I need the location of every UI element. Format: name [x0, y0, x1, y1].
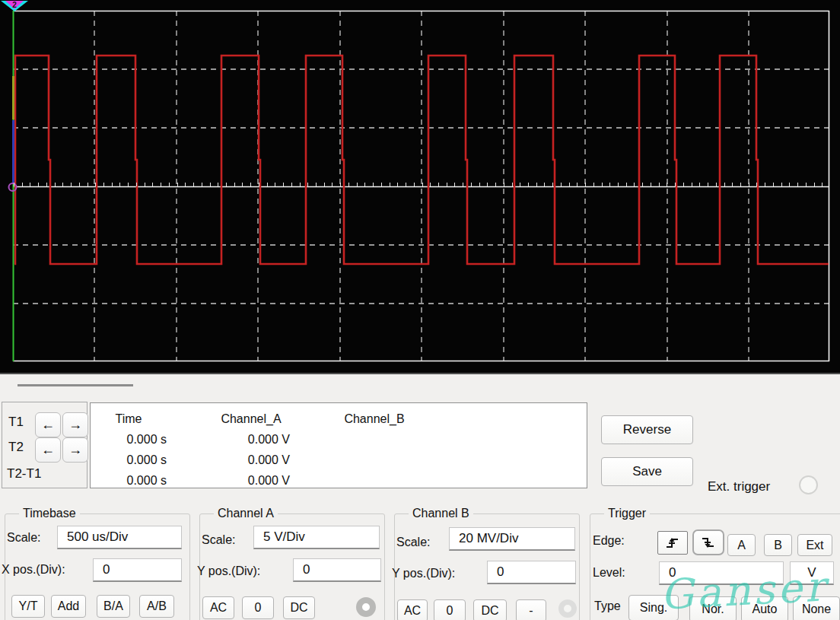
- table-row: 0.000 s 0.000 V: [91, 470, 587, 491]
- t1-time: 0.000 s: [91, 429, 212, 450]
- cursor-handle-number: 2: [12, 1, 17, 9]
- t2-right-button[interactable]: →: [62, 437, 88, 463]
- timebase-scale-input[interactable]: 500 us/Div: [57, 526, 182, 549]
- ba-mode-button[interactable]: B/A: [97, 595, 130, 618]
- ext-trigger-connector[interactable]: [799, 475, 818, 494]
- col-channel-a: Channel_A: [212, 409, 336, 429]
- channel-b-dc-button[interactable]: DC: [473, 599, 507, 620]
- trigger-type-normal-button[interactable]: Nor.: [689, 596, 737, 620]
- table-header-row: Time Channel_A Channel_B: [91, 409, 587, 429]
- channel-a-scale-input[interactable]: 5 V/Div: [253, 526, 380, 549]
- t1-cha: 0.000 V: [212, 429, 336, 450]
- ab-mode-button[interactable]: A/B: [139, 595, 174, 618]
- t1-label: T1: [8, 415, 24, 430]
- arrow-left-icon: ←: [41, 442, 55, 458]
- channel-a-ypos-label: Y pos.(Div):: [197, 564, 260, 578]
- timebase-xpos-input[interactable]: 0: [93, 558, 182, 582]
- trigger-edge-label: Edge:: [593, 534, 625, 548]
- trigger-type-single-button[interactable]: Sing.: [628, 595, 679, 620]
- trigger-source-a-button[interactable]: A: [727, 534, 756, 556]
- channel-b-scale-label: Scale:: [396, 536, 430, 549]
- t1-right-button[interactable]: →: [62, 412, 88, 437]
- channel-a-ypos-input[interactable]: 0: [293, 558, 381, 582]
- horizontal-scrollbar-thumb[interactable]: [18, 384, 133, 386]
- channel-b-ypos-input[interactable]: 0: [487, 561, 576, 584]
- trigger-type-none-button[interactable]: None: [793, 596, 840, 620]
- t2t1-label: T2-T1: [7, 466, 41, 482]
- falling-edge-button[interactable]: [692, 529, 724, 555]
- channel-b-ypos-label: Y pos.(Div):: [392, 567, 455, 580]
- oscilloscope-display: 2: [0, 0, 840, 373]
- trigger-source-b-button[interactable]: B: [764, 534, 792, 556]
- channel-b-title: Channel B: [409, 507, 473, 520]
- t1-left-button[interactable]: ←: [35, 412, 61, 437]
- t2t1-chb: [336, 470, 459, 491]
- trigger-level-unit-select[interactable]: V: [790, 561, 834, 585]
- t1-chb: [336, 429, 459, 450]
- trigger-group: Trigger Edge: A B Ext Level: 0 V Type Si…: [590, 513, 840, 620]
- trigger-type-label: Type: [594, 599, 621, 613]
- channel-b-0-button[interactable]: 0: [434, 599, 466, 620]
- arrow-left-icon: ←: [41, 417, 55, 433]
- channel-a-dc-button[interactable]: DC: [283, 596, 315, 619]
- time-axis-ticks: [14, 183, 829, 186]
- trigger-source-ext-button[interactable]: Ext: [797, 534, 832, 556]
- channel-b-scale-input[interactable]: 20 MV/Div: [449, 527, 575, 551]
- t2-time: 0.000 s: [91, 450, 212, 470]
- rising-edge-button[interactable]: [657, 531, 688, 555]
- channel-a-0-button[interactable]: 0: [242, 596, 274, 619]
- control-panel: T1 T2 T2-T1 ← → ← → Time Channel_A Chann…: [0, 374, 840, 620]
- timebase-xpos-label: X pos.(Div):: [2, 563, 65, 577]
- save-button[interactable]: Save: [601, 457, 693, 486]
- t2t1-cha: 0.000 V: [212, 470, 336, 491]
- channel-a-connector[interactable]: [356, 597, 376, 617]
- rising-edge-icon: [665, 536, 680, 550]
- channel-b-ac-button[interactable]: AC: [397, 599, 428, 620]
- yt-mode-button[interactable]: Y/T: [11, 595, 45, 618]
- trigger-level-input[interactable]: 0: [659, 561, 784, 585]
- arrow-right-icon: →: [68, 417, 82, 433]
- channel-a-title: Channel A: [214, 507, 278, 520]
- cursor-selector-box: T1 T2 T2-T1 ← → ← →: [2, 402, 88, 488]
- col-channel-b: Channel_B: [336, 409, 459, 429]
- channel-a-group: Channel A Scale: 5 V/Div Y pos.(Div): 0 …: [199, 513, 385, 620]
- channel-a-ac-button[interactable]: AC: [202, 596, 234, 619]
- channel-b-group: Channel B Scale: 20 MV/Div Y pos.(Div): …: [394, 513, 580, 620]
- table-row: 0.000 s 0.000 V: [91, 429, 587, 450]
- add-mode-button[interactable]: Add: [51, 595, 86, 618]
- channel-b-connector[interactable]: [558, 599, 577, 618]
- channel-b-invert-button[interactable]: -: [516, 599, 546, 620]
- scope-graph: 2: [0, 0, 840, 373]
- t2-left-button[interactable]: ←: [35, 437, 61, 463]
- falling-edge-icon: [701, 536, 716, 549]
- t2t1-time: 0.000 s: [91, 470, 212, 491]
- trigger-type-auto-button[interactable]: Auto: [741, 596, 788, 620]
- measurement-table: Time Channel_A Channel_B 0.000 s 0.000 V…: [90, 402, 587, 488]
- cursor-handle-icon[interactable]: 2: [1, 1, 28, 11]
- t2-chb: [336, 450, 459, 470]
- arrow-right-icon: →: [68, 442, 82, 458]
- ext-trigger-label: Ext. trigger: [708, 479, 770, 494]
- trigger-title: Trigger: [604, 507, 650, 520]
- channel-a-scale-label: Scale:: [202, 533, 235, 547]
- timebase-title: Timebase: [19, 507, 80, 520]
- trigger-level-label: Level:: [593, 566, 625, 580]
- table-row: 0.000 s 0.000 V: [91, 450, 587, 470]
- col-time: Time: [91, 409, 212, 429]
- t2-label: T2: [8, 440, 24, 455]
- reverse-button[interactable]: Reverse: [601, 415, 693, 444]
- t2-cha: 0.000 V: [212, 450, 336, 470]
- timebase-scale-label: Scale:: [7, 531, 40, 545]
- timebase-group: Timebase Scale: 500 us/Div X pos.(Div): …: [5, 513, 190, 620]
